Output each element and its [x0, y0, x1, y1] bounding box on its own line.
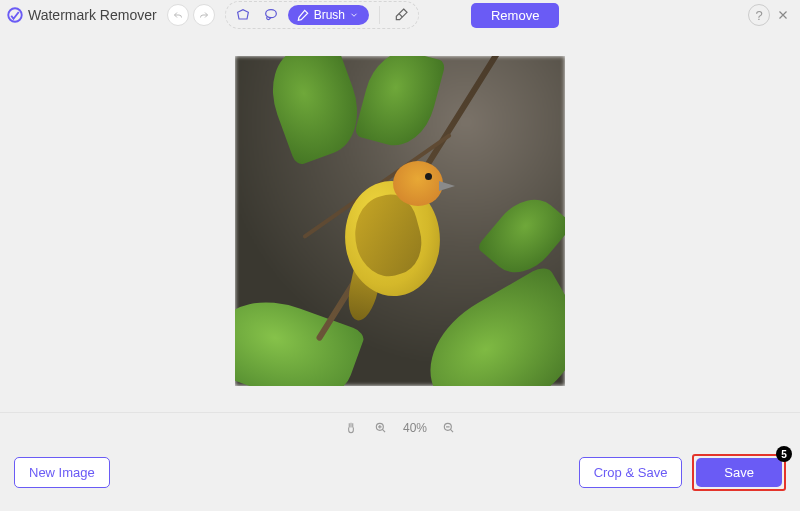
remove-button[interactable]: Remove: [471, 3, 559, 28]
header-toolbar: Watermark Remover Brush Remove ?: [0, 0, 800, 30]
svg-point-0: [8, 8, 22, 22]
zoom-toolbar: 40%: [0, 412, 800, 442]
svg-point-1: [265, 10, 276, 18]
zoom-level: 40%: [403, 421, 427, 435]
selection-tool-group: Brush: [225, 1, 419, 29]
app-title: Watermark Remover: [28, 7, 157, 23]
new-image-button[interactable]: New Image: [14, 457, 110, 488]
zoom-out-icon[interactable]: [441, 420, 457, 436]
help-icon[interactable]: ?: [748, 4, 770, 26]
eraser-icon[interactable]: [390, 4, 412, 26]
close-icon[interactable]: [772, 4, 794, 26]
save-highlight: Save 5: [692, 454, 786, 491]
undo-button[interactable]: [167, 4, 189, 26]
lasso-select-icon[interactable]: [260, 4, 282, 26]
chevron-down-icon: [349, 10, 359, 20]
crop-and-save-button[interactable]: Crop & Save: [579, 457, 683, 488]
edited-image: [235, 56, 565, 386]
brush-label: Brush: [314, 8, 345, 22]
redo-button[interactable]: [193, 4, 215, 26]
zoom-in-icon[interactable]: [373, 420, 389, 436]
image-canvas[interactable]: [0, 30, 800, 412]
app-logo-icon: [6, 6, 24, 24]
brush-tool-button[interactable]: Brush: [288, 5, 369, 25]
footer-bar: New Image Crop & Save Save 5: [0, 442, 800, 509]
pan-icon[interactable]: [343, 420, 359, 436]
divider: [379, 6, 380, 24]
step-badge: 5: [776, 446, 792, 462]
polygon-select-icon[interactable]: [232, 4, 254, 26]
save-button[interactable]: Save: [696, 458, 782, 487]
